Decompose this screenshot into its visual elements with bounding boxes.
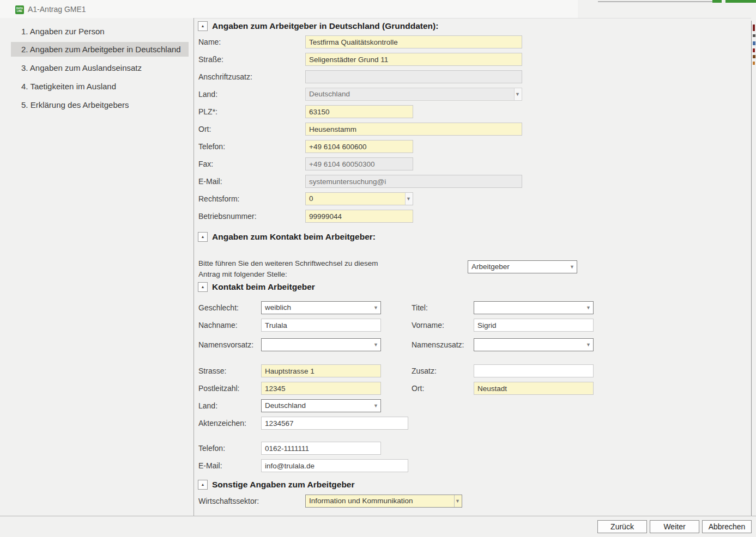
field-label: Namensvorsatz: (198, 338, 253, 351)
field-label: Ort: (412, 382, 424, 395)
titel-select[interactable]: ▼ (474, 301, 594, 314)
field-label: Ort: (198, 123, 211, 136)
dropdown-button[interactable]: ▼ (405, 193, 413, 205)
field-label: PLZ*: (198, 105, 217, 118)
background-window-edge-green (712, 0, 722, 3)
field-label: Zusatz: (412, 364, 437, 377)
field-label: Rechtsform: (198, 192, 239, 205)
schriftwechsel-note: Bitte führen Sie den weiteren Schriftwec… (198, 258, 378, 280)
background-window-sliver (753, 62, 755, 65)
ort-input[interactable] (305, 123, 522, 136)
collapse-arrow-icon[interactable]: ▲ (198, 282, 208, 292)
next-button[interactable]: Weiter (650, 520, 699, 533)
namensvorsatz-select[interactable]: ▼ (261, 338, 381, 351)
name-input[interactable] (305, 35, 522, 48)
field-label: Titel: (412, 301, 428, 314)
email-input (305, 175, 522, 188)
wirtschaftssektor-select-value: Information und Kommunikation (309, 495, 452, 507)
field-label: Namenszusatz: (412, 338, 464, 351)
title-bar: DATALINE A1-Antrag GME1 (0, 0, 578, 18)
form-panel: ▲ Angaben zum Arbeitgeber in Deutschland… (194, 18, 751, 516)
field-label: Telefon: (198, 442, 225, 455)
background-window-sliver (753, 25, 755, 31)
window-title: A1-Antrag GME1 (28, 5, 86, 14)
field-label: E-Mail: (198, 459, 222, 472)
chevron-down-icon: ▼ (515, 88, 520, 100)
background-window-sliver (753, 55, 755, 58)
background-window-sliver (753, 34, 755, 37)
collapse-arrow-icon[interactable]: ▲ (198, 480, 208, 490)
field-label: E-Mail: (198, 175, 222, 188)
postleitzahl-input[interactable] (261, 382, 381, 395)
dropdown-button[interactable]: ▼ (514, 88, 522, 100)
field-label: Wirtschaftssektor: (198, 495, 259, 508)
kontakt-strasse-input[interactable] (261, 364, 381, 377)
field-label: Telefon: (198, 140, 225, 153)
field-label: Postleitzahl: (198, 382, 239, 395)
kontakt-ort-input[interactable] (474, 382, 594, 395)
land-select[interactable]: Deutschland ▼ (305, 88, 522, 101)
wizard-step-list: 1. Angaben zur Person 2. Angaben zum Arb… (0, 18, 193, 516)
section-title: Angaben zum Kontakt beim Arbeitgeber: (212, 232, 376, 242)
zusatz-input[interactable] (474, 364, 594, 377)
field-label: Nachname: (198, 319, 238, 332)
geschlecht-select[interactable]: weiblich ▼ (261, 301, 381, 314)
chevron-down-icon: ▼ (406, 193, 411, 205)
anschriftzusatz-input (305, 70, 522, 83)
geschlecht-select-value: weiblich (265, 302, 371, 314)
kontakt-land-select[interactable]: Deutschland ▼ (261, 399, 381, 412)
field-label: Land: (198, 88, 217, 101)
field-label: Betriebsnummer: (198, 210, 257, 223)
kontakt-telefon-input[interactable] (261, 442, 381, 455)
note-line: Antrag mit folgender Stelle: (198, 269, 378, 280)
field-label: Strasse: (198, 364, 226, 377)
field-label: Land: (198, 399, 217, 412)
stelle-select[interactable]: Arbeitgeber ▼ (468, 260, 577, 273)
section-title: Sonstige Angaben zum Arbeitgeber (212, 480, 355, 490)
back-button[interactable]: Zurück (597, 520, 647, 533)
namenszusatz-select[interactable]: ▼ (474, 338, 594, 351)
panel-right-border (751, 21, 752, 516)
field-label: Fax: (198, 157, 213, 170)
background-window-edge-green (725, 0, 756, 3)
section-title: Kontakt beim Arbeitgeber (212, 282, 315, 292)
nachname-input[interactable] (261, 319, 381, 332)
field-label: Name: (198, 35, 221, 48)
chevron-down-icon: ▼ (570, 261, 574, 273)
collapse-arrow-icon[interactable]: ▲ (198, 232, 208, 242)
sidebar-item-erklaerung[interactable]: 5. Erklärung des Arbeitgebers (0, 97, 193, 112)
sidebar-item-arbeitgeber-deutschland[interactable]: 2. Angaben zum Arbeitgeber in Deutschlan… (11, 42, 189, 57)
telefon-input[interactable] (305, 140, 413, 153)
sidebar-item-person[interactable]: 1. Angaben zur Person (0, 24, 193, 39)
fax-input (305, 157, 413, 170)
chevron-down-icon: ▼ (586, 302, 591, 314)
aktenzeichen-input[interactable] (261, 417, 408, 430)
dataline-logo-icon: DATALINE (15, 5, 24, 14)
chevron-down-icon: ▼ (373, 302, 378, 314)
land-select-value: Deutschland (309, 88, 512, 100)
wirtschaftssektor-select[interactable]: Information und Kommunikation ▼ (305, 495, 462, 508)
app-window: DATALINE A1-Antrag GME1 1. Angaben zur P… (0, 0, 756, 537)
stelle-select-value: Arbeitgeber (471, 261, 567, 273)
dropdown-button[interactable]: ▼ (454, 495, 462, 507)
sidebar-item-taetigkeiten[interactable]: 4. Taetigkeiten im Ausland (0, 79, 193, 94)
field-label: Straße: (198, 53, 223, 66)
chevron-down-icon: ▼ (373, 400, 378, 412)
vorname-input[interactable] (474, 319, 594, 332)
rechtsform-select[interactable]: 0 ▼ (305, 192, 413, 205)
field-label: Vorname: (412, 319, 444, 332)
plz-input[interactable] (305, 105, 413, 118)
section-title: Angaben zum Arbeitgeber in Deutschland (… (212, 21, 438, 31)
collapse-arrow-icon[interactable]: ▲ (198, 21, 208, 31)
rechtsform-select-value: 0 (309, 193, 403, 205)
betriebsnummer-input[interactable] (305, 210, 413, 223)
background-window-sliver (753, 48, 755, 52)
kontakt-email-input[interactable] (261, 459, 408, 472)
sidebar-item-auslandseinsatz[interactable]: 3. Angaben zum Auslandseinsatz (0, 60, 193, 75)
chevron-down-icon: ▼ (373, 339, 378, 351)
strasse-input[interactable] (305, 53, 522, 66)
kontakt-land-select-value: Deutschland (265, 400, 371, 412)
chevron-down-icon: ▼ (455, 495, 460, 507)
cancel-button[interactable]: Abbrechen (702, 520, 752, 533)
chevron-down-icon: ▼ (586, 339, 591, 351)
